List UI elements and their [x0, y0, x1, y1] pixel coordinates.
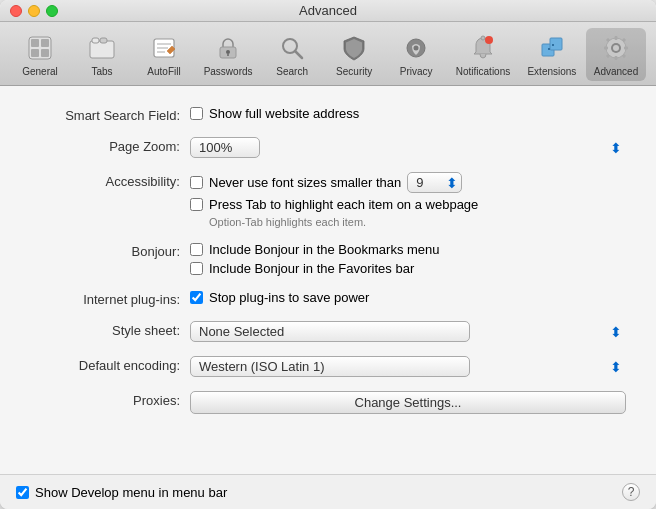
- tab-advanced[interactable]: Advanced: [586, 28, 646, 81]
- bonjour-bookmarks-checkbox[interactable]: [190, 243, 203, 256]
- tab-extensions-label: Extensions: [527, 66, 576, 77]
- svg-point-18: [414, 46, 419, 51]
- svg-rect-7: [100, 38, 107, 43]
- privacy-icon: [400, 32, 432, 64]
- tab-notifications-label: Notifications: [456, 66, 510, 77]
- tab-privacy-label: Privacy: [400, 66, 433, 77]
- tab-privacy[interactable]: Privacy: [386, 28, 446, 81]
- svg-rect-5: [90, 41, 114, 58]
- tab-autofill[interactable]: AutoFill: [134, 28, 194, 81]
- never-use-fonts-checkbox[interactable]: [190, 176, 203, 189]
- svg-rect-28: [615, 36, 618, 40]
- proxies-controls: Change Settings...: [190, 391, 626, 414]
- bonjour-favorites-label: Include Bonjour in the Favorites bar: [209, 261, 414, 276]
- general-icon: [24, 32, 56, 64]
- tab-tabs-label: Tabs: [91, 66, 112, 77]
- font-size-select[interactable]: 9 10 11 12 14 16 18 24: [407, 172, 462, 193]
- smart-search-checkbox-row: Show full website address: [190, 106, 626, 121]
- press-tab-row: Press Tab to highlight each item on a we…: [190, 197, 626, 212]
- tab-passwords[interactable]: Passwords: [196, 28, 260, 81]
- proxies-label: Proxies:: [30, 391, 190, 408]
- svg-rect-6: [92, 38, 99, 43]
- bonjour-bookmarks-row: Include Bonjour in the Bookmarks menu: [190, 242, 626, 257]
- maximize-button[interactable]: [46, 5, 58, 17]
- font-size-select-wrapper: 9 10 11 12 14 16 18 24 ⬍: [407, 172, 462, 193]
- develop-menu-row: Show Develop menu in menu bar: [16, 485, 227, 500]
- tab-general[interactable]: General: [10, 28, 70, 81]
- svg-rect-23: [552, 44, 554, 46]
- stylesheet-controls: None Selected ⬍: [190, 321, 626, 342]
- stop-plugins-row: Stop plug-ins to save power: [190, 290, 626, 305]
- svg-point-19: [481, 36, 485, 40]
- svg-rect-22: [550, 38, 562, 50]
- autofill-icon: [148, 32, 180, 64]
- proxies-row: Proxies: Change Settings...: [30, 391, 626, 414]
- svg-point-27: [613, 45, 619, 51]
- encoding-select[interactable]: Western (ISO Latin 1): [190, 356, 470, 377]
- tab-security-label: Security: [336, 66, 372, 77]
- page-zoom-row: Page Zoom: 75% 85% 100% 115% 125% 150% 1…: [30, 137, 626, 158]
- extensions-icon: [536, 32, 568, 64]
- stylesheet-row: Style sheet: None Selected ⬍: [30, 321, 626, 342]
- svg-rect-29: [615, 56, 618, 60]
- press-tab-label: Press Tab to highlight each item on a we…: [209, 197, 478, 212]
- bottom-bar: Show Develop menu in menu bar ?: [0, 474, 656, 509]
- tab-search[interactable]: Search: [262, 28, 322, 81]
- main-window: Advanced General: [0, 0, 656, 509]
- tab-security[interactable]: Security: [324, 28, 384, 81]
- stylesheet-label: Style sheet:: [30, 321, 190, 338]
- stylesheet-select[interactable]: None Selected: [190, 321, 470, 342]
- bonjour-favorites-row: Include Bonjour in the Favorites bar: [190, 261, 626, 276]
- svg-rect-31: [624, 47, 628, 50]
- change-settings-button[interactable]: Change Settings...: [190, 391, 626, 414]
- never-use-fonts-label: Never use font sizes smaller than: [209, 175, 401, 190]
- tab-general-label: General: [22, 66, 58, 77]
- tab-extensions[interactable]: Extensions: [520, 28, 584, 81]
- traffic-lights: [10, 5, 58, 17]
- develop-menu-label: Show Develop menu in menu bar: [35, 485, 227, 500]
- page-zoom-select-wrapper: 75% 85% 100% 115% 125% 150% 175% 200% ⬍: [190, 137, 626, 158]
- never-use-fonts-row: Never use font sizes smaller than 9 10 1…: [190, 172, 626, 193]
- plugins-label: Internet plug-ins:: [30, 290, 190, 307]
- svg-rect-30: [604, 47, 608, 50]
- smart-search-controls: Show full website address: [190, 106, 626, 121]
- smart-search-checkbox-label: Show full website address: [209, 106, 359, 121]
- svg-point-13: [226, 50, 230, 54]
- svg-rect-4: [41, 49, 49, 57]
- page-zoom-select[interactable]: 75% 85% 100% 115% 125% 150% 175% 200%: [190, 137, 260, 158]
- bonjour-bookmarks-label: Include Bonjour in the Bookmarks menu: [209, 242, 440, 257]
- smart-search-row: Smart Search Field: Show full website ad…: [30, 106, 626, 123]
- bonjour-controls: Include Bonjour in the Bookmarks menu In…: [190, 242, 626, 276]
- accessibility-controls: Never use font sizes smaller than 9 10 1…: [190, 172, 626, 228]
- help-button[interactable]: ?: [622, 483, 640, 501]
- search-icon: [276, 32, 308, 64]
- press-tab-checkbox[interactable]: [190, 198, 203, 211]
- svg-rect-2: [41, 39, 49, 47]
- stop-plugins-checkbox[interactable]: [190, 291, 203, 304]
- window-title: Advanced: [299, 3, 357, 18]
- plugins-row: Internet plug-ins: Stop plug-ins to save…: [30, 290, 626, 307]
- page-zoom-arrow-icon: ⬍: [610, 140, 622, 156]
- toolbar: General Tabs: [0, 22, 656, 86]
- accessibility-label: Accessibility:: [30, 172, 190, 189]
- tab-autofill-label: AutoFill: [147, 66, 180, 77]
- svg-rect-1: [31, 39, 39, 47]
- develop-menu-checkbox[interactable]: [16, 486, 29, 499]
- svg-rect-3: [31, 49, 39, 57]
- tabs-icon: [86, 32, 118, 64]
- encoding-row: Default encoding: Western (ISO Latin 1) …: [30, 356, 626, 377]
- page-zoom-label: Page Zoom:: [30, 137, 190, 154]
- tab-notifications[interactable]: Notifications: [448, 28, 518, 81]
- smart-search-checkbox[interactable]: [190, 107, 203, 120]
- bonjour-favorites-checkbox[interactable]: [190, 262, 203, 275]
- passwords-icon: [212, 32, 244, 64]
- smart-search-label: Smart Search Field:: [30, 106, 190, 123]
- page-zoom-controls: 75% 85% 100% 115% 125% 150% 175% 200% ⬍: [190, 137, 626, 158]
- close-button[interactable]: [10, 5, 22, 17]
- minimize-button[interactable]: [28, 5, 40, 17]
- content-area: Smart Search Field: Show full website ad…: [0, 86, 656, 474]
- bonjour-label: Bonjour:: [30, 242, 190, 259]
- plugins-controls: Stop plug-ins to save power: [190, 290, 626, 305]
- accessibility-row: Accessibility: Never use font sizes smal…: [30, 172, 626, 228]
- tab-tabs[interactable]: Tabs: [72, 28, 132, 81]
